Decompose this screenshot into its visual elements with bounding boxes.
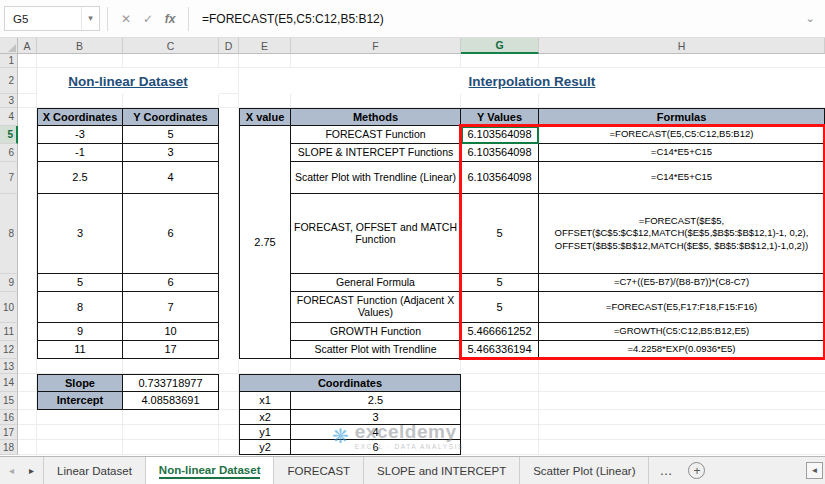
more-tabs-icon[interactable]: … (649, 457, 682, 484)
cell-G4[interactable]: Y Values (461, 108, 539, 126)
column-header-G-selected[interactable]: G (461, 38, 539, 54)
cell-H12[interactable]: =4.2258*EXP(0.0936*E5) (539, 341, 825, 359)
cell-G11[interactable]: 5.466661252 (461, 323, 539, 341)
result-title[interactable]: Interpolation Result (239, 68, 825, 94)
column-header-C[interactable]: C (123, 38, 219, 54)
row-header-9[interactable]: 9 (0, 274, 18, 292)
row-header-5-selected[interactable]: 5 (0, 126, 18, 144)
tab-forecast[interactable]: FORECAST (274, 457, 364, 484)
cell-C5[interactable]: 5 (123, 126, 219, 144)
cell-G8[interactable]: 5 (461, 194, 539, 274)
cell-B15[interactable]: Intercept (37, 392, 123, 410)
dataset-title[interactable]: Non-linear Dataset (37, 68, 219, 94)
cell-F10[interactable]: FORECAST Function (Adjacent X Values) (291, 292, 461, 323)
cell-G5-selected[interactable]: 6.103564098 (461, 126, 539, 144)
select-all-corner[interactable] (0, 38, 18, 54)
cell-B9[interactable]: 5 (37, 274, 123, 292)
cell-B8[interactable]: 3 (37, 194, 123, 274)
cell-B6[interactable]: -1 (37, 144, 123, 162)
row-header-4[interactable]: 4 (0, 108, 18, 126)
cell-B12[interactable]: 11 (37, 341, 123, 359)
row-header-1[interactable]: 1 (0, 54, 18, 68)
column-header-A[interactable]: A (18, 38, 37, 54)
cell-B4[interactable]: X Coordinates (37, 108, 123, 126)
cell-F12[interactable]: Scatter Plot with Trendline (291, 341, 461, 359)
cell-H5[interactable]: =FORECAST(E5,C5:C12,B5:B12) (539, 126, 825, 144)
cell-E18[interactable]: y2 (239, 440, 291, 455)
cell-C4[interactable]: Y Coordinates (123, 108, 219, 126)
cell-H4[interactable]: Formulas (539, 108, 825, 126)
name-box[interactable]: G5 ▾ (4, 6, 100, 31)
cell-E15[interactable]: x1 (239, 392, 291, 410)
cell-E4[interactable]: X value (239, 108, 291, 126)
cell-G10[interactable]: 5 (461, 292, 539, 323)
cell-F11[interactable]: GROWTH Function (291, 323, 461, 341)
column-header-F[interactable]: F (291, 38, 461, 54)
cell-F8[interactable]: FORECAST, OFFSET and MATCH Function (291, 194, 461, 274)
sheet-nav-right-icon[interactable]: ▸ (29, 465, 34, 476)
cell-E5-merged-x-value[interactable]: 2.75 (239, 126, 291, 359)
cell-G9[interactable]: 5 (461, 274, 539, 292)
cell-H6[interactable]: =C14*E5+C15 (539, 144, 825, 162)
cell-F17[interactable]: 4 (291, 425, 461, 440)
add-sheet-button[interactable]: + (688, 462, 705, 479)
cell-C15[interactable]: 4.08583691 (123, 392, 219, 410)
tab-scatter-plot-linear[interactable]: Scatter Plot (Linear) (520, 457, 649, 484)
insert-function-icon[interactable]: fx (159, 12, 181, 26)
enter-icon[interactable]: ✓ (137, 12, 159, 26)
cell-G12[interactable]: 5.466336194 (461, 341, 539, 359)
row-header-13[interactable]: 13 (0, 359, 18, 374)
cell-C9[interactable]: 6 (123, 274, 219, 292)
row-header-6[interactable]: 6 (0, 144, 18, 162)
column-header-E[interactable]: E (239, 38, 291, 54)
row-header-18[interactable]: 18 (0, 440, 18, 455)
tab-linear-dataset[interactable]: Linear Dataset (43, 457, 146, 484)
formula-input[interactable] (196, 6, 801, 31)
row-header-8[interactable]: 8 (0, 194, 18, 274)
row-header-16[interactable]: 16 (0, 410, 18, 425)
formula-bar-expand-icon[interactable]: ⌄ (801, 12, 819, 25)
cell-F16[interactable]: 3 (291, 410, 461, 425)
cell-E17[interactable]: y1 (239, 425, 291, 440)
cell-H10[interactable]: =FORECAST(E5,F17:F18,F15:F16) (539, 292, 825, 323)
cell-F15[interactable]: 2.5 (291, 392, 461, 410)
tab-non-linear-dataset-active[interactable]: Non-linear Dataset (146, 457, 275, 484)
cell-F18[interactable]: 6 (291, 440, 461, 455)
row-header-14[interactable]: 14 (0, 374, 18, 392)
row-header-2[interactable]: 2 (0, 68, 18, 94)
cell-G6[interactable]: 6.103564098 (461, 144, 539, 162)
cell-G7[interactable]: 6.103564098 (461, 162, 539, 194)
cell-C14[interactable]: 0.733718977 (123, 374, 219, 392)
cell-H11[interactable]: =GROWTH(C5:C12,B5:B12,E5) (539, 323, 825, 341)
sheet-nav-left-icon[interactable]: ◂ (9, 465, 14, 476)
cell-B11[interactable]: 9 (37, 323, 123, 341)
cell-C8[interactable]: 6 (123, 194, 219, 274)
cell-F4[interactable]: Methods (291, 108, 461, 126)
cell-C7[interactable]: 4 (123, 162, 219, 194)
column-header-D[interactable]: D (219, 38, 239, 54)
hscroll-left-button[interactable]: ◄ (806, 462, 823, 479)
cell-F5[interactable]: FORECAST Function (291, 126, 461, 144)
cell-H9[interactable]: =C7+((E5-B7)/(B8-B7))*(C8-C7) (539, 274, 825, 292)
row-header-17[interactable]: 17 (0, 425, 18, 440)
cell-C6[interactable]: 3 (123, 144, 219, 162)
cell-B10[interactable]: 8 (37, 292, 123, 323)
cell-B7[interactable]: 2.5 (37, 162, 123, 194)
cell-C11[interactable]: 10 (123, 323, 219, 341)
column-header-H[interactable]: H (539, 38, 825, 54)
cell-B14[interactable]: Slope (37, 374, 123, 392)
cell-F9[interactable]: General Formula (291, 274, 461, 292)
row-header-10[interactable]: 10 (0, 292, 18, 323)
row-header-3[interactable]: 3 (0, 94, 18, 108)
cell-F6[interactable]: SLOPE & INTERCEPT Functions (291, 144, 461, 162)
cell-H8[interactable]: =FORECAST($E$5, OFFSET($C$5:$C$12,MATCH(… (539, 194, 825, 274)
tab-slope-and-intercept[interactable]: SLOPE and INTERCEPT (364, 457, 520, 484)
row-header-11[interactable]: 11 (0, 323, 18, 341)
cancel-icon[interactable]: ✕ (115, 12, 137, 26)
row-header-12[interactable]: 12 (0, 341, 18, 359)
column-header-B[interactable]: B (37, 38, 123, 54)
row-header-7[interactable]: 7 (0, 162, 18, 194)
cell-F7[interactable]: Scatter Plot with Trendline (Linear) (291, 162, 461, 194)
cell-E14-merged-coordinates-header[interactable]: Coordinates (239, 374, 461, 392)
cell-H7[interactable]: =C14*E5+C15 (539, 162, 825, 194)
